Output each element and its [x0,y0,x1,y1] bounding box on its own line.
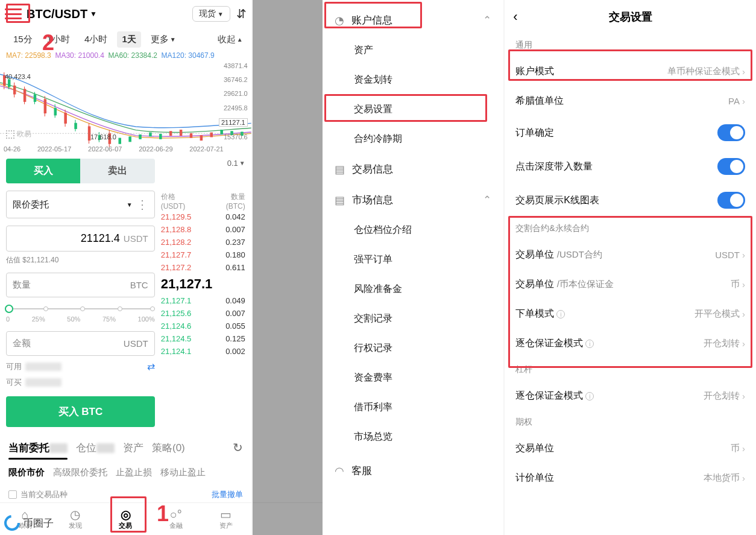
section-trade-info[interactable]: ▤交易信息 [323,154,503,185]
ma-overlay-labels: MA7: 22598.3 MA30: 21000.4 MA60: 23384.2… [0,51,251,60]
row-isolated-margin-lev[interactable]: 逐仓保证金模式i开仓划转› [505,381,756,411]
available-value [25,362,61,371]
orderbook-mid: 21,127.1 [161,274,245,294]
qty-input[interactable]: 数量BTC [6,273,155,297]
current-price-tag: 21127.1 [219,118,248,127]
subtab-tpsl[interactable]: 止盈止损 [116,467,152,478]
tab-positions[interactable]: 仓位 [76,441,115,455]
spot-dropdown[interactable]: 现货▼ [192,6,230,22]
menu-funding[interactable]: 资金费率 [323,363,503,393]
submit-buy-button[interactable]: 买入 BTC [6,396,155,427]
tf-collapse[interactable]: 收起▲ [218,34,243,45]
menu-market-overview[interactable]: 市场总览 [323,422,503,452]
chevron-up-icon: ⌃ [483,194,491,206]
chart-low-label: 17,618.0 [90,133,116,141]
caret-down-icon: ▼ [90,10,97,18]
menu-exercise[interactable]: 行权记录 [323,334,503,363]
side-drawer: ◔账户信息⌃ 资产 资金划转 交易设置 合约冷静期 ▤交易信息 ▤市场信息⌃ 仓… [323,0,503,535]
watermark-logo: 币圈子 [4,512,58,531]
amount-input[interactable]: 金额USDT [6,331,155,356]
slider-labels: 025%50%75%100% [6,315,155,323]
row-options-unit[interactable]: 交易单位币› [505,434,756,463]
svg-point-38 [5,516,19,530]
canbuy-value [25,378,61,387]
chevron-up-icon: ⌃ [483,14,491,27]
qty-slider[interactable] [6,306,155,312]
chart-watermark: 欧易 [6,129,31,139]
order-type-dropdown[interactable]: 限价委托 ▼⋮ [6,191,155,218]
toggle-order-confirm[interactable] [717,124,745,141]
filter-checkbox[interactable] [8,490,17,499]
tab-strategy[interactable]: 策略(0) [152,441,185,455]
menu-liquidation[interactable]: 强平订单 [323,245,503,274]
menu-cooldown[interactable]: 合约冷静期 [323,124,503,154]
menu-delivery[interactable]: 交割记录 [323,304,503,334]
chevron-right-icon: › [742,391,745,401]
menu-borrow-rate[interactable]: 借币利率 [323,393,503,422]
tf-more[interactable]: 更多▼ [146,31,181,48]
toggle-depth-click[interactable] [717,158,745,175]
chevron-right-icon: › [742,443,745,454]
tab-assets[interactable]: 资产 [123,441,143,455]
tab-open-orders[interactable]: 当前委托 [8,441,68,455]
transfer-icon[interactable]: ⇄ [147,361,155,372]
price-chart[interactable]: 40,423.4 17,618.0 43871.436746.229621.0 … [0,62,251,153]
orders-subtabs: 限价市价 高级限价委托 止盈止损 移动止盈止 [0,462,251,483]
svg-rect-32 [200,136,202,141]
doc-icon: ▤ [335,163,345,176]
group-options: 期权 [505,411,756,434]
subtab-trailing[interactable]: 移动止盈止 [160,467,206,478]
orderbook[interactable]: 21,129.50.042 21,128.80.007 21,128.20.23… [161,211,245,358]
svg-rect-24 [119,138,121,144]
svg-rect-14 [8,80,10,86]
section-market-info[interactable]: ▤市场信息⌃ [323,185,503,215]
history-icon[interactable]: ↻ [233,440,243,455]
menu-support[interactable]: ◠客服 [323,452,503,486]
menu-insurance[interactable]: 风险准备金 [323,274,503,304]
tf-15m[interactable]: 15分 [8,31,37,48]
orders-tabs: 当前委托 仓位 资产 策略(0) ↻ [0,433,251,462]
market-icon: ▤ [335,194,345,207]
pair-selector[interactable]: BTC/USDT▼ [27,7,97,21]
svg-rect-28 [160,134,162,139]
page-title: 交易设置 [609,10,652,24]
timeframe-row: 15分 1小时 4小时 1天 更多▼ 收起▲ [0,28,251,51]
filter-label: 当前交易品种 [20,489,68,500]
menu-tiers[interactable]: 仓位档位介绍 [323,215,503,245]
candle-toggle-icon[interactable]: ⇵ [236,7,247,21]
menu-assets[interactable]: 资产 [323,36,503,65]
chart-x-axis: 04-262022-05-172022-06-072022-06-292022-… [0,145,227,153]
subtab-advanced[interactable]: 高级限价委托 [53,467,107,478]
svg-rect-30 [180,130,181,136]
tf-4h[interactable]: 4小时 [80,31,112,48]
toggle-show-kline[interactable] [717,192,745,209]
chart-y-axis: 43871.436746.229621.0 22495.8 21127.1 15… [219,62,248,141]
svg-rect-25 [129,137,131,142]
available-label: 可用 [6,361,22,372]
row-show-kline: 交易页展示K线图表 [505,183,756,217]
chart-high-label: 40,423.4 [5,73,31,80]
row-order-confirm: 订单确定 [505,116,756,150]
menu-transfer[interactable]: 资金划转 [323,65,503,95]
order-options-icon[interactable]: ⋮ [136,197,148,212]
wallet-icon: ▭ [201,508,251,521]
row-depth-click: 点击深度带入数量 [505,150,756,183]
chevron-right-icon: › [742,96,745,106]
headset-icon: ◠ [335,464,344,478]
nav-assets[interactable]: ▭资产 [201,503,251,535]
trade-screen-sidemenu: 现货▼ ⇵ 收起▲ 43871.436746.229621.0 22495.8 … [253,0,504,535]
annotation-2: 2 [42,30,54,55]
trade-screen: 2 BTC/USDT▼ 现货▼ ⇵ 15分 1小时 4小时 1天 更多▼ 收起▲… [0,0,251,535]
canbuy-label: 可买 [6,377,22,388]
tf-1d[interactable]: 1天 [117,31,140,48]
info-icon[interactable]: i [585,392,594,400]
row-greek-unit[interactable]: 希腊值单位PA› [505,86,756,116]
back-icon[interactable]: ‹ [513,9,517,25]
row-quote-unit[interactable]: 计价单位本地货币› [505,463,756,493]
orderbook-header: 价格(USDT) 数量(BTC) [161,192,245,211]
batch-cancel[interactable]: 批量撤单 [212,489,243,500]
price-input[interactable]: 21121.4USDT [6,226,155,252]
estimate-label: 估值 $21,121.40 [6,255,155,265]
svg-rect-8 [65,113,66,123]
subtab-limit[interactable]: 限价市价 [8,467,45,478]
